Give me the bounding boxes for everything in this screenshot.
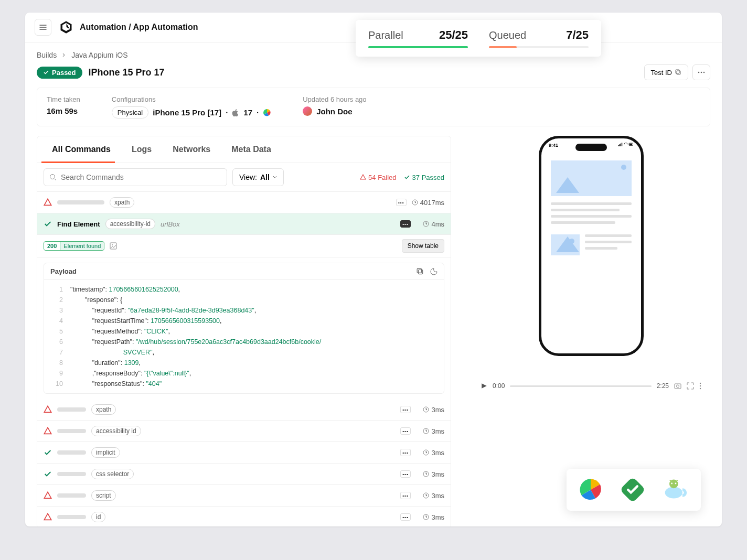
menu-button[interactable] bbox=[35, 19, 51, 36]
svg-rect-22 bbox=[622, 143, 623, 146]
espresso-icon bbox=[663, 478, 688, 501]
stat-queued-label: Queued bbox=[489, 29, 526, 41]
command-row[interactable]: xpath ••• 4017ms bbox=[37, 192, 451, 213]
crumb-root[interactable]: Builds bbox=[37, 51, 57, 59]
breadcrumb: Automation / App Automation bbox=[80, 23, 198, 32]
copy-icon bbox=[675, 69, 681, 76]
video-controls[interactable]: 0:00 2:25 bbox=[481, 382, 701, 390]
check-icon bbox=[404, 174, 410, 180]
svg-point-10 bbox=[112, 244, 113, 245]
stat-parallel-value: 25/25 bbox=[439, 28, 468, 42]
row-actions[interactable]: ••• bbox=[400, 220, 411, 228]
page-title: iPhone 15 Pro 17 bbox=[89, 67, 165, 78]
locator-type: xpath bbox=[110, 197, 134, 208]
warning-icon bbox=[44, 513, 52, 521]
config-os-version: 17 bbox=[243, 108, 252, 117]
search-input[interactable] bbox=[61, 173, 221, 181]
clock-icon bbox=[423, 514, 429, 520]
search-icon bbox=[49, 174, 57, 181]
appium-icon bbox=[579, 478, 602, 501]
warning-icon bbox=[360, 174, 366, 180]
clock-icon bbox=[423, 492, 429, 499]
svg-point-6 bbox=[50, 175, 55, 179]
warning-icon bbox=[44, 198, 52, 207]
time-taken-value: 16m 59s bbox=[47, 106, 80, 115]
device-preview: 9:41 bbox=[539, 136, 644, 356]
svg-point-34 bbox=[671, 483, 673, 484]
command-row[interactable]: id•••3ms bbox=[37, 507, 451, 526]
camera-icon[interactable] bbox=[674, 382, 681, 390]
device-clock: 9:41 bbox=[549, 143, 558, 148]
svg-point-4 bbox=[703, 72, 705, 73]
search-commands[interactable] bbox=[44, 168, 227, 186]
view-dropdown[interactable]: View: All bbox=[232, 168, 284, 186]
row-actions[interactable]: ••• bbox=[400, 449, 411, 456]
video-time-current: 0:00 bbox=[493, 382, 505, 390]
locator-type: xpath bbox=[91, 404, 116, 415]
stat-parallel-label: Parallel bbox=[368, 29, 403, 41]
updated-label: Updated 6 hours ago bbox=[303, 95, 366, 103]
command-nameind: Find Element bbox=[57, 220, 100, 228]
svg-point-2 bbox=[698, 72, 700, 73]
tab-logs[interactable]: Logs bbox=[121, 136, 162, 163]
framework-icon bbox=[263, 109, 271, 117]
locator-type: accessibility id bbox=[91, 426, 141, 436]
theme-icon[interactable] bbox=[430, 268, 437, 275]
row-actions[interactable]: ••• bbox=[400, 513, 411, 521]
chevron-down-icon bbox=[273, 175, 277, 179]
show-table-button[interactable]: Show table bbox=[402, 239, 444, 253]
tab-underline bbox=[41, 161, 115, 163]
svg-point-27 bbox=[700, 383, 701, 384]
tab-all-commands[interactable]: All Commands bbox=[41, 136, 121, 163]
apple-icon bbox=[232, 109, 239, 116]
failed-count: 54 Failed bbox=[360, 174, 396, 181]
play-icon[interactable] bbox=[481, 383, 487, 389]
crumb-leaf: Java Appium iOS bbox=[71, 51, 127, 59]
check-icon bbox=[44, 448, 52, 457]
command-row[interactable]: implicit•••3ms bbox=[37, 442, 451, 464]
row-actions[interactable]: ••• bbox=[400, 492, 411, 499]
svg-rect-25 bbox=[675, 384, 681, 389]
payload-title: Payload bbox=[50, 267, 77, 275]
row-actions[interactable]: ••• bbox=[400, 427, 411, 435]
command-row[interactable]: script•••3ms bbox=[37, 485, 451, 507]
locator-type: accessibility-id bbox=[105, 219, 155, 229]
copy-icon[interactable] bbox=[417, 268, 424, 275]
passed-count: 37 Passed bbox=[404, 174, 444, 181]
svg-rect-19 bbox=[618, 145, 619, 146]
command-row[interactable]: accessibility id•••3ms bbox=[37, 421, 451, 442]
payload-code: 1"timestamp": 1705665601625252000,2 "res… bbox=[44, 280, 444, 393]
time-taken-label: Time taken bbox=[47, 95, 80, 103]
fullscreen-icon[interactable] bbox=[687, 382, 694, 390]
clock-icon bbox=[423, 471, 429, 477]
info-card: Time taken 16m 59s Configurations Physic… bbox=[37, 88, 710, 126]
warning-icon bbox=[44, 405, 52, 414]
command-row[interactable]: css selector•••3ms bbox=[37, 464, 451, 485]
row-actions[interactable]: ••• bbox=[400, 470, 411, 478]
tab-meta-data[interactable]: Meta Data bbox=[221, 136, 282, 163]
row-actions[interactable]: ••• bbox=[396, 199, 407, 206]
command-row-selected[interactable]: Find Element accessibility-id urlBox •••… bbox=[37, 213, 451, 235]
test-id-button[interactable]: Test ID bbox=[644, 64, 688, 80]
clock-icon bbox=[423, 449, 429, 456]
xcuitest-icon bbox=[621, 478, 644, 501]
svg-point-26 bbox=[677, 385, 679, 387]
clock-icon bbox=[423, 428, 429, 434]
svg-rect-12 bbox=[417, 268, 421, 273]
clock-icon bbox=[423, 221, 429, 227]
image-icon[interactable] bbox=[110, 242, 117, 250]
command-row[interactable]: xpath•••3ms bbox=[37, 399, 451, 421]
avatar bbox=[303, 106, 312, 116]
more-vertical-icon[interactable] bbox=[699, 382, 701, 390]
video-track[interactable] bbox=[510, 385, 651, 387]
app-logo bbox=[59, 20, 73, 35]
tab-networks[interactable]: Networks bbox=[162, 136, 221, 163]
svg-point-32 bbox=[665, 487, 682, 498]
more-button[interactable] bbox=[692, 64, 710, 80]
stat-queued-value: 7/25 bbox=[566, 28, 589, 42]
row-actions[interactable]: ••• bbox=[400, 406, 411, 413]
locator-value: urlBox bbox=[161, 220, 180, 228]
svg-rect-24 bbox=[629, 144, 632, 145]
user-name: John Doe bbox=[316, 107, 352, 116]
stats-panel: Parallel 25/25 Queued 7/25 bbox=[356, 20, 601, 57]
